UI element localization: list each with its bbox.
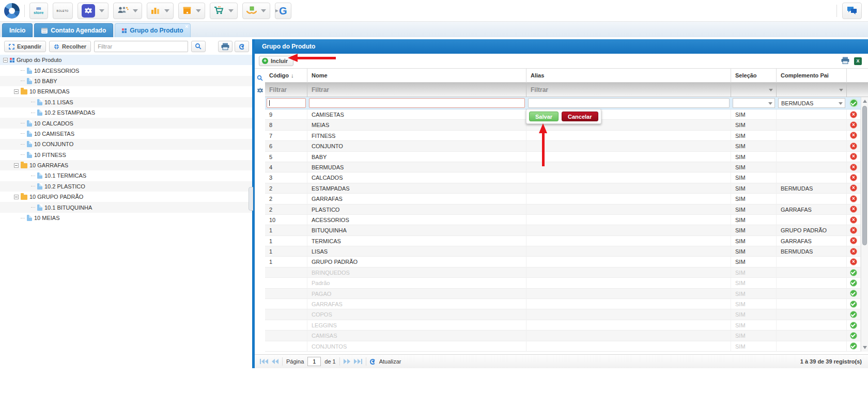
tree-item[interactable]: 10 CAMISETAS bbox=[0, 129, 252, 139]
tree-item[interactable]: 10 CALCADOS bbox=[0, 118, 252, 128]
table-row[interactable]: GARRAFAS SIM bbox=[265, 299, 868, 309]
tree-expander-icon[interactable] bbox=[14, 195, 19, 199]
tree-item[interactable]: 10 BABY bbox=[0, 76, 252, 86]
table-row[interactable]: CONJUNTOS SIM bbox=[265, 341, 868, 352]
products-menu-button[interactable] bbox=[178, 3, 205, 19]
close-icon[interactable]: × bbox=[185, 24, 188, 29]
tree-item[interactable]: 10 GRUPO PADRÃO bbox=[0, 192, 252, 202]
table-row[interactable]: 4 BERMUDAS SIM bbox=[265, 162, 868, 172]
restore-row-icon[interactable] bbox=[850, 311, 857, 318]
scrollbar-thumb[interactable] bbox=[862, 106, 867, 245]
delete-row-icon[interactable] bbox=[850, 153, 857, 160]
stock-menu-button[interactable] bbox=[242, 3, 270, 19]
tree-expander-icon[interactable] bbox=[3, 58, 8, 62]
tree-print-button[interactable] bbox=[218, 41, 233, 52]
tree-expander-icon[interactable] bbox=[14, 89, 19, 94]
delete-row-icon[interactable] bbox=[850, 237, 857, 244]
tree-item[interactable]: 10.2 PLASTICO bbox=[0, 181, 252, 192]
illi-store-button[interactable]: illi store bbox=[29, 3, 48, 19]
tree-item[interactable]: 10 GARRAFAS bbox=[0, 160, 252, 170]
tree-item[interactable]: 10.2 ESTAMPADAS bbox=[0, 107, 252, 118]
filter-complemento-pai[interactable] bbox=[777, 83, 847, 97]
tab-grupo-do-produto[interactable]: Grupo do Produto × bbox=[115, 23, 190, 37]
next-page-button[interactable] bbox=[344, 359, 350, 364]
excel-export-button[interactable] bbox=[854, 57, 862, 65]
restore-row-icon[interactable] bbox=[850, 290, 857, 297]
table-row[interactable]: 5 BABY SIM bbox=[265, 152, 868, 162]
delete-row-icon[interactable] bbox=[850, 206, 857, 213]
restore-row-icon[interactable] bbox=[850, 269, 857, 276]
sync-button[interactable]: G bbox=[275, 3, 291, 19]
cancel-button[interactable]: Cancelar bbox=[562, 112, 598, 121]
column-header-codigo[interactable]: Código↓ bbox=[265, 69, 307, 83]
column-header-alias[interactable]: Alias bbox=[526, 69, 731, 83]
tab-contato-agendado[interactable]: Contato Agendado bbox=[34, 23, 113, 37]
filter-selecao[interactable] bbox=[731, 83, 777, 97]
table-row[interactable]: CAMISAS SIM bbox=[265, 330, 868, 341]
delete-row-icon[interactable] bbox=[850, 164, 857, 171]
filter-nome[interactable]: Filtrar bbox=[307, 83, 526, 97]
tree-expander-icon[interactable] bbox=[14, 163, 19, 168]
refresh-button[interactable]: Atualizar bbox=[379, 358, 401, 365]
edit-alias-input[interactable] bbox=[528, 98, 730, 108]
grid-search-icon[interactable] bbox=[257, 75, 264, 83]
restore-row-icon[interactable] bbox=[850, 279, 857, 287]
first-page-button[interactable] bbox=[260, 359, 268, 364]
table-row[interactable]: LEGGINS SIM bbox=[265, 320, 868, 330]
tree-item[interactable]: 10.1 LISAS bbox=[0, 97, 252, 107]
restore-row-icon[interactable] bbox=[850, 342, 857, 350]
table-row[interactable]: 7 FITNESS SIM bbox=[265, 131, 868, 141]
restore-row-icon[interactable] bbox=[850, 332, 857, 339]
settings-menu-button[interactable] bbox=[78, 3, 109, 19]
customers-menu-button[interactable] bbox=[113, 3, 142, 19]
tree-refresh-button[interactable] bbox=[235, 41, 249, 52]
delete-row-icon[interactable] bbox=[850, 216, 857, 224]
edit-selecao-select[interactable] bbox=[733, 98, 775, 108]
filter-codigo[interactable]: Filtrar bbox=[265, 83, 307, 97]
delete-row-icon[interactable] bbox=[850, 174, 857, 181]
table-row[interactable]: 2 ESTAMPADAS SIM BERMUDAS bbox=[265, 183, 868, 194]
boleto-button[interactable]: BOLETO bbox=[53, 3, 73, 19]
delete-row-icon[interactable] bbox=[850, 111, 857, 118]
table-row[interactable]: 3 CALCADOS SIM bbox=[265, 172, 868, 183]
delete-row-icon[interactable] bbox=[850, 258, 857, 265]
chat-button[interactable] bbox=[842, 3, 862, 19]
tree-item[interactable]: 10.1 TERMICAS bbox=[0, 170, 252, 181]
scroll-up-icon[interactable] bbox=[863, 100, 867, 103]
confirm-check-icon[interactable] bbox=[849, 99, 858, 107]
reports-menu-button[interactable] bbox=[147, 3, 174, 19]
tree-filter-input[interactable] bbox=[94, 41, 188, 52]
column-header-complemento-pai[interactable]: Complemento Pai bbox=[777, 69, 847, 83]
table-row[interactable]: 1 GRUPO PADRÃO SIM bbox=[265, 257, 868, 267]
table-row[interactable]: 1 BITUQUINHA SIM GRUPO PADRÃO bbox=[265, 225, 868, 235]
vertical-scrollbar[interactable] bbox=[861, 97, 868, 352]
tree-item[interactable]: 10 ACESSORIOS bbox=[0, 65, 252, 75]
delete-row-icon[interactable] bbox=[850, 227, 857, 234]
tab-inicio[interactable]: Início bbox=[2, 23, 33, 37]
page-number-input[interactable] bbox=[307, 357, 321, 366]
previous-page-button[interactable] bbox=[272, 359, 278, 364]
tree-item[interactable]: 10 CONJUNTO bbox=[0, 139, 252, 149]
restore-row-icon[interactable] bbox=[850, 301, 857, 308]
tree-search-button[interactable] bbox=[191, 41, 206, 52]
save-button[interactable]: Salvar bbox=[529, 112, 559, 121]
edit-codigo-input[interactable] bbox=[267, 98, 306, 108]
delete-row-icon[interactable] bbox=[850, 121, 857, 129]
delete-row-icon[interactable] bbox=[850, 132, 857, 139]
grid-print-button[interactable] bbox=[841, 57, 849, 65]
tree-item[interactable]: 10 MEIAS bbox=[0, 213, 252, 223]
table-row[interactable]: 2 PLASTICO SIM GARRAFAS bbox=[265, 204, 868, 215]
expand-all-button[interactable]: Expandir bbox=[4, 41, 46, 52]
grid-settings-icon[interactable] bbox=[257, 87, 264, 95]
restore-row-icon[interactable] bbox=[850, 322, 857, 329]
table-row[interactable]: 1 TERMICAS SIM GARRAFAS bbox=[265, 236, 868, 246]
column-header-selecao[interactable]: Seleção bbox=[731, 69, 777, 83]
table-row[interactable]: 1 LISAS SIM BERMUDAS bbox=[265, 246, 868, 257]
table-row[interactable]: 2 GARRAFAS SIM bbox=[265, 194, 868, 204]
collapse-all-button[interactable]: Recolher bbox=[49, 41, 91, 52]
table-row[interactable]: 10 ACESSORIOS SIM bbox=[265, 215, 868, 225]
table-row[interactable]: COPOS SIM bbox=[265, 309, 868, 320]
tree-item[interactable]: 10 FITNESS bbox=[0, 150, 252, 160]
delete-row-icon[interactable] bbox=[850, 248, 857, 255]
edit-nome-input[interactable] bbox=[309, 98, 525, 108]
